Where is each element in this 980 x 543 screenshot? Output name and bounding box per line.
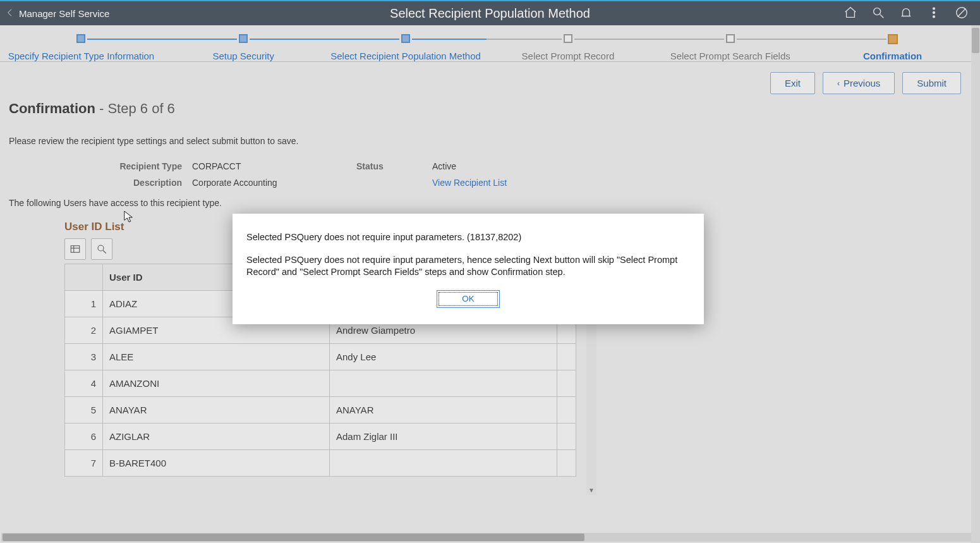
dialog-message-1: Selected PSQuery does not require input … <box>246 231 690 244</box>
value-status: Active <box>432 161 980 171</box>
svg-line-11 <box>103 250 106 253</box>
heading-step: - Step 6 of 6 <box>95 101 175 116</box>
grid-search-button[interactable] <box>91 238 112 260</box>
svg-line-1 <box>880 14 884 18</box>
app-header: Manager Self Service Select Recipient Po… <box>0 0 980 25</box>
table-row[interactable]: 3ALEEAndy Lee <box>65 344 576 370</box>
page-h-scrollbar[interactable] <box>1 533 971 542</box>
cell-user-id: ANAYAR <box>103 397 330 424</box>
svg-point-3 <box>933 11 935 13</box>
svg-point-4 <box>933 15 935 17</box>
submit-button[interactable]: Submit <box>902 72 961 94</box>
step-specify-recipient-type[interactable]: Specify Recipient Type Information <box>0 34 162 61</box>
bell-icon[interactable] <box>899 6 913 21</box>
back-label: Manager Self Service <box>19 8 109 19</box>
scroll-thumb[interactable] <box>972 28 979 53</box>
step-select-prompt-search-fields: Select Prompt Search Fields <box>649 34 811 61</box>
info-dialog: Selected PSQuery does not require input … <box>233 214 704 324</box>
step-label: Setup Security <box>212 51 274 61</box>
label-status: Status <box>356 161 432 171</box>
cell-index: 4 <box>65 370 103 397</box>
cell-name: ANAYAR <box>330 397 557 424</box>
scroll-thumb[interactable] <box>3 534 584 541</box>
table-row[interactable]: 4AMANZONI <box>65 370 576 397</box>
home-icon[interactable] <box>844 6 857 21</box>
cell-index: 6 <box>65 424 103 450</box>
cell-index: 3 <box>65 344 103 370</box>
label-recipient-type: Recipient Type <box>9 161 192 171</box>
previous-button[interactable]: ‹Previous <box>823 72 895 94</box>
step-label: Confirmation <box>863 51 922 61</box>
heading-main: Confirmation <box>9 101 95 116</box>
page-title-header: Select Recipient Population Method <box>390 6 590 21</box>
scroll-down-icon[interactable]: ▼ <box>586 485 596 495</box>
cell-user-id: AMANZONI <box>103 370 330 397</box>
recipient-details: Recipient Type CORPACCT Status Active De… <box>9 161 980 188</box>
svg-point-0 <box>874 8 881 15</box>
step-select-recipient-population[interactable]: Select Recipient Population Method <box>325 34 487 61</box>
svg-point-2 <box>933 8 935 9</box>
cell-tail <box>557 344 576 370</box>
table-row[interactable]: 7B-BARET400 <box>65 450 576 477</box>
chevron-left-icon <box>5 8 15 20</box>
cell-index: 5 <box>65 397 103 424</box>
col-index <box>65 264 103 291</box>
label-description: Description <box>9 178 192 188</box>
value-recipient-type: CORPACCT <box>192 161 356 171</box>
view-recipient-list-link[interactable]: View Recipient List <box>432 178 980 188</box>
cell-name: Adam Ziglar III <box>330 424 557 450</box>
table-row[interactable]: 5ANAYARANAYAR <box>65 397 576 424</box>
cell-name <box>330 450 557 477</box>
cell-user-id: B-BARET400 <box>103 450 330 477</box>
cell-tail <box>557 370 576 397</box>
svg-rect-7 <box>71 246 80 253</box>
grid-settings-button[interactable] <box>64 238 86 260</box>
step-select-prompt-record: Select Prompt Record <box>487 34 649 61</box>
block-icon[interactable] <box>955 6 969 21</box>
cell-tail <box>557 424 576 450</box>
back-button[interactable]: Manager Self Service <box>0 8 116 20</box>
step-label: Specify Recipient Type Information <box>8 51 155 61</box>
cell-user-id: AZIGLAR <box>103 424 330 450</box>
page-scrollbar[interactable] <box>971 25 980 543</box>
dialog-message-2: Selected PSQuery does not require input … <box>246 254 690 279</box>
cell-name <box>330 370 557 397</box>
value-description: Corporate Accounting <box>192 178 356 188</box>
instruction-text: Please review the recipient type setting… <box>9 136 980 146</box>
header-actions <box>844 6 980 21</box>
ok-button[interactable]: OK <box>437 290 500 308</box>
svg-point-10 <box>98 245 104 251</box>
page-heading: Confirmation - Step 6 of 6 <box>9 101 980 117</box>
table-row[interactable]: 6AZIGLARAdam Ziglar III <box>65 424 576 450</box>
cell-index: 1 <box>65 291 103 317</box>
wizard-actions: Exit ‹Previous Submit <box>0 62 980 94</box>
step-label: Select Prompt Search Fields <box>670 51 790 61</box>
cell-user-id: ALEE <box>103 344 330 370</box>
step-setup-security[interactable]: Setup Security <box>162 34 325 61</box>
cell-tail <box>557 450 576 477</box>
access-subtext: The following Users have access to this … <box>9 198 980 208</box>
cell-index: 2 <box>65 317 103 344</box>
step-confirmation[interactable]: Confirmation <box>811 34 974 61</box>
cell-name: Andy Lee <box>330 344 557 370</box>
cell-index: 7 <box>65 450 103 477</box>
wizard-stepper: Specify Recipient Type Information Setup… <box>0 25 974 62</box>
search-icon[interactable] <box>871 6 885 21</box>
chevron-left-icon: ‹ <box>837 79 840 88</box>
more-icon[interactable] <box>927 6 941 21</box>
cell-tail <box>557 397 576 424</box>
step-label: Select Recipient Population Method <box>330 51 481 61</box>
exit-button[interactable]: Exit <box>770 72 815 94</box>
svg-line-6 <box>958 8 966 16</box>
step-label: Select Prompt Record <box>522 51 615 61</box>
